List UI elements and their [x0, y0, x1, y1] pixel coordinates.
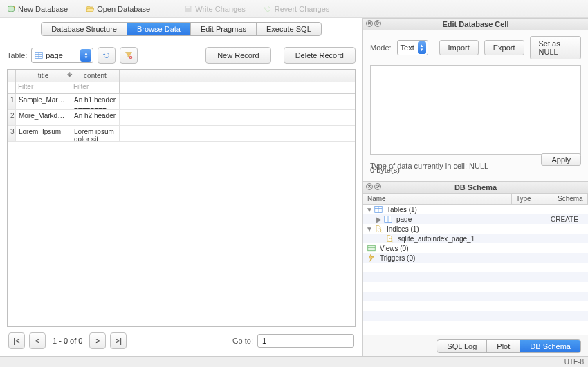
panel-detach-icon[interactable]: ⟳	[374, 20, 381, 27]
schema-node-autoindex[interactable]: sqlite_autoindex_page_1	[363, 234, 588, 243]
set-null-button[interactable]: Set as NULL	[530, 36, 581, 59]
write-changes-button: Write Changes	[181, 3, 248, 15]
new-record-button[interactable]: New Record	[205, 47, 271, 64]
import-button[interactable]: Import	[439, 40, 479, 55]
expand-icon[interactable]: ▼	[366, 206, 373, 214]
edit-cell-panel-header: ✕ ⟳ Edit Database Cell	[363, 18, 588, 30]
schema-header-schema[interactable]: Schema	[553, 194, 588, 204]
svg-text:★: ★	[13, 5, 15, 9]
cell-title[interactable]: Lorem_Ipsum	[16, 126, 71, 141]
mode-value: Text	[401, 44, 414, 52]
mode-label: Mode:	[370, 44, 392, 52]
pager-first-button[interactable]: |<	[8, 332, 25, 349]
schema-node-indices[interactable]: ▼ Indices (1)	[363, 224, 588, 234]
refresh-icon	[102, 51, 111, 59]
encoding-label: UTF-8	[564, 358, 584, 366]
table-icon	[35, 51, 43, 59]
expand-icon[interactable]: ▶	[376, 216, 383, 223]
row-index: 3	[8, 126, 16, 141]
filter-clear-icon	[125, 51, 133, 59]
pager-next-button[interactable]: >	[89, 332, 106, 349]
edit-cell-title: Edit Database Cell	[443, 20, 509, 28]
refresh-button[interactable]	[98, 47, 116, 64]
svg-line-17	[380, 232, 382, 233]
schema-header-type[interactable]: Type	[512, 194, 553, 204]
export-button[interactable]: Export	[484, 40, 524, 55]
write-changes-label: Write Changes	[195, 5, 246, 13]
main-toolbar: ★ New Database Open Database Write Chang…	[0, 0, 588, 18]
cell-size-info: 0 byte(s)	[370, 166, 581, 174]
schema-node-page[interactable]: ▶ page CREATE	[363, 214, 588, 224]
goto-label: Go to:	[232, 337, 253, 345]
revert-changes-label: Revert Changes	[275, 5, 330, 13]
clear-filters-button[interactable]	[120, 47, 138, 64]
new-database-button[interactable]: ★ New Database	[4, 3, 71, 15]
index-group-icon	[374, 225, 383, 232]
tab-edit-pragmas[interactable]: Edit Pragmas	[191, 23, 257, 35]
column-header-title[interactable]: title	[16, 70, 71, 82]
pager-prev-button[interactable]: <	[29, 332, 46, 349]
row-index: 1	[8, 94, 16, 109]
table-row[interactable]: 2 More_Markdown An h2 header -----------…	[8, 110, 355, 126]
panel-detach-icon[interactable]: ⟳	[374, 183, 381, 190]
panel-close-icon[interactable]: ✕	[366, 20, 373, 27]
table-selected-value: page	[46, 51, 62, 59]
index-icon	[385, 235, 394, 242]
delete-record-button[interactable]: Delete Record	[284, 47, 356, 64]
svg-line-19	[392, 241, 393, 243]
row-header-blank	[8, 70, 16, 82]
cell-title[interactable]: Sample_Markdo...	[16, 94, 71, 109]
tab-database-structure[interactable]: Database Structure	[42, 23, 127, 35]
table-select[interactable]: page ▲▼	[31, 48, 93, 63]
svg-rect-3	[186, 6, 190, 8]
cell-content[interactable]: An h1 header ============	[71, 94, 120, 109]
data-grid: title content ✥ Filter Filter 1 Sample_M…	[7, 69, 356, 327]
write-changes-icon	[184, 5, 192, 13]
open-database-button[interactable]: Open Database	[83, 3, 153, 15]
goto-input[interactable]	[257, 334, 354, 348]
svg-rect-20	[368, 245, 376, 251]
pager-last-button[interactable]: >|	[110, 332, 127, 349]
status-bar: UTF-8	[0, 356, 588, 367]
db-schema-panel-header: ✕ ⟳ DB Schema	[363, 181, 588, 194]
bottom-tab-sql-log[interactable]: SQL Log	[437, 340, 487, 352]
dropdown-arrows-icon: ▲▼	[418, 41, 426, 54]
open-database-label: Open Database	[97, 5, 150, 13]
revert-changes-icon	[264, 5, 272, 13]
dropdown-arrows-icon: ▲▼	[80, 49, 91, 62]
table-row[interactable]: 3 Lorem_Ipsum Lorem ipsum dolor sit amet…	[8, 126, 355, 142]
table-group-icon	[374, 206, 383, 213]
mode-select[interactable]: Text ▲▼	[397, 40, 428, 55]
cell-content[interactable]: An h2 header -----------------	[71, 110, 120, 125]
column-resize-handle[interactable]: ✥	[67, 71, 73, 78]
main-tabs: Database Structure Browse Data Edit Prag…	[41, 22, 322, 36]
filter-blank	[8, 82, 16, 93]
expand-icon[interactable]: ▼	[366, 225, 373, 233]
schema-node-triggers[interactable]: Triggers (0)	[363, 253, 588, 263]
table-label: Table:	[7, 51, 27, 59]
cell-title[interactable]: More_Markdown	[16, 110, 71, 125]
bottom-tab-plot[interactable]: Plot	[487, 340, 520, 352]
column-header-content[interactable]: content	[71, 70, 120, 82]
bottom-tab-db-schema[interactable]: DB Schema	[520, 340, 580, 352]
triggers-icon	[367, 254, 376, 261]
panel-close-icon[interactable]: ✕	[366, 183, 373, 190]
db-schema-title: DB Schema	[454, 183, 497, 191]
row-index: 2	[8, 110, 16, 125]
cell-content[interactable]: Lorem ipsum dolor sit amet, ...	[71, 126, 120, 141]
apply-button[interactable]: Apply	[541, 153, 581, 166]
filter-content-input[interactable]: Filter	[71, 82, 120, 93]
tab-browse-data[interactable]: Browse Data	[127, 23, 191, 35]
revert-changes-button: Revert Changes	[261, 3, 333, 15]
open-database-icon	[86, 5, 94, 13]
filter-title-input[interactable]: Filter	[16, 82, 71, 93]
views-icon	[367, 245, 376, 252]
table-row[interactable]: 1 Sample_Markdo... An h1 header ========…	[8, 94, 355, 110]
cell-editor-textarea[interactable]	[370, 65, 581, 155]
schema-header-name[interactable]: Name	[363, 194, 512, 204]
schema-node-views[interactable]: Views (0)	[363, 243, 588, 253]
new-database-label: New Database	[18, 5, 68, 13]
bottom-tabs: SQL Log Plot DB Schema	[437, 339, 581, 353]
schema-node-tables[interactable]: ▼ Tables (1)	[363, 205, 588, 214]
tab-execute-sql[interactable]: Execute SQL	[257, 23, 321, 35]
